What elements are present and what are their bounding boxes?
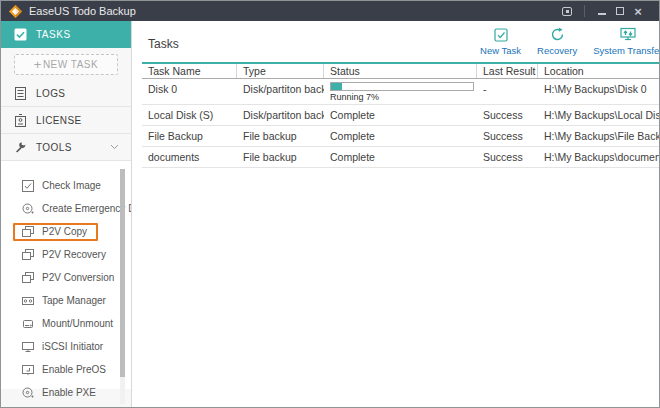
- cell-last-result: Success: [477, 126, 538, 142]
- preos-monitor-icon: [22, 364, 34, 376]
- minimize-icon: [598, 13, 606, 15]
- cell-location: H:\My Backups\Disk 0: [538, 79, 660, 95]
- new-task-icon: [494, 27, 508, 42]
- sidebar-scrollbar-thumb[interactable]: [120, 169, 125, 377]
- tasks-checkbox-icon: [14, 28, 27, 41]
- tools-item-create-emergency-disk[interactable]: Create Emergency Dis: [1, 197, 131, 220]
- cell-task-name: Disk 0: [142, 79, 237, 95]
- cell-location: H:\My Backups\documents: [538, 147, 660, 163]
- table-row[interactable]: documents File backup Complete Success H…: [142, 147, 660, 168]
- tools-wrench-icon: [14, 141, 27, 154]
- column-header-type: Type: [237, 64, 324, 78]
- system-transfer-action-button[interactable]: System Transfer: [593, 27, 660, 56]
- sidebar-item-logs[interactable]: LOGS: [1, 80, 131, 107]
- close-button[interactable]: ×: [629, 2, 647, 20]
- cell-status: Running 7%: [324, 79, 477, 102]
- tools-item-tape-manager[interactable]: Tape Manager: [1, 289, 131, 312]
- column-header-task-name: Task Name: [142, 64, 237, 78]
- table-row[interactable]: Disk 0 Disk/partiton backup Running 7% -…: [142, 79, 660, 105]
- sidebar-item-tasks[interactable]: TASKS: [1, 21, 131, 48]
- close-icon: ×: [634, 5, 642, 18]
- tools-label: TOOLS: [36, 142, 72, 153]
- check-image-icon: [22, 180, 34, 192]
- drive-icon: [22, 318, 34, 330]
- tools-item-enable-preos[interactable]: Enable PreOS: [1, 358, 131, 381]
- tools-item-mount-unmount[interactable]: Mount/Unmount: [1, 312, 131, 335]
- sidebar: TASKS + NEW TASK LOGS: [1, 21, 132, 407]
- system-transfer-icon: [620, 27, 636, 42]
- sidebar-item-tools[interactable]: TOOLS: [1, 134, 131, 161]
- minimize-button[interactable]: [593, 2, 611, 20]
- main-content: Tasks New Task: [132, 21, 660, 407]
- tools-item-p2v-copy[interactable]: P2V Copy: [1, 220, 131, 243]
- cell-task-name: Local Disk (S): [142, 105, 237, 121]
- cell-location: H:\My Backups\Local Dis...: [538, 105, 660, 121]
- maximize-button[interactable]: [611, 2, 629, 20]
- chevron-down-icon: [110, 144, 119, 150]
- cell-type: File backup: [237, 147, 324, 163]
- logs-label: LOGS: [36, 88, 65, 99]
- app-window: EaseUS Todo Backup × TASKS +: [0, 0, 660, 408]
- license-label: LICENSE: [36, 115, 82, 126]
- recovery-icon: [550, 27, 565, 42]
- cell-type: Disk/partiton backup: [237, 105, 324, 121]
- table-row[interactable]: Local Disk (S) Disk/partiton backup Comp…: [142, 105, 660, 126]
- progress-fill: [331, 83, 342, 90]
- tools-item-iscsi-initiator[interactable]: iSCSI Initiator: [1, 335, 131, 358]
- cell-task-name: File Backup: [142, 126, 237, 142]
- tape-icon: [22, 295, 34, 307]
- tools-item-p2v-conversion[interactable]: P2V Conversion: [1, 266, 131, 289]
- sidebar-item-license[interactable]: LICENSE: [1, 107, 131, 134]
- titlebar: EaseUS Todo Backup ×: [1, 1, 659, 21]
- new-task-button-label: NEW TASK: [43, 59, 98, 70]
- p2v-conversion-icon: [22, 272, 34, 284]
- p2v-copy-highlight-box: P2V Copy: [13, 223, 98, 241]
- emergency-disk-icon: [22, 203, 34, 215]
- pxe-icon: [22, 387, 34, 399]
- cell-status: Complete: [324, 126, 477, 142]
- recovery-action-button[interactable]: Recovery: [537, 27, 577, 56]
- tasks-label: TASKS: [36, 29, 71, 40]
- p2v-recovery-icon: [22, 249, 34, 261]
- tools-submenu: Check Image Create Emer: [1, 161, 131, 389]
- progress-label: Running 7%: [330, 92, 477, 102]
- window-title: EaseUS Todo Backup: [29, 5, 136, 17]
- cell-last-result: Success: [477, 105, 538, 121]
- cell-last-result: -: [477, 79, 538, 95]
- cell-type: File backup: [237, 126, 324, 142]
- tray-icon: [562, 7, 572, 16]
- cell-status: Complete: [324, 105, 477, 121]
- table-header: Task Name Type Status Last Result Locati…: [142, 62, 660, 79]
- new-task-action-button[interactable]: New Task: [480, 27, 521, 56]
- p2v-copy-icon: [22, 226, 34, 238]
- window-body: TASKS + NEW TASK LOGS: [1, 21, 659, 407]
- cell-last-result: Success: [477, 147, 538, 163]
- column-header-last-result: Last Result: [477, 64, 538, 78]
- column-header-status: Status: [324, 64, 477, 78]
- maximize-icon: [616, 7, 624, 15]
- minimize-to-tray-button[interactable]: [558, 2, 576, 20]
- table-row[interactable]: File Backup File backup Complete Success…: [142, 126, 660, 147]
- new-task-button[interactable]: + NEW TASK: [14, 54, 118, 75]
- tools-item-enable-pxe[interactable]: Enable PXE: [1, 381, 131, 404]
- tools-item-p2v-recovery[interactable]: P2V Recovery: [1, 243, 131, 266]
- progress-bar: [330, 82, 474, 91]
- window-controls: ×: [558, 2, 659, 20]
- column-header-location: Location: [538, 64, 660, 78]
- app-logo-icon: [9, 5, 22, 18]
- sidebar-scrollbar[interactable]: [120, 169, 125, 404]
- cell-type: Disk/partiton backup: [237, 79, 324, 95]
- license-icon: [14, 114, 27, 127]
- titlebar-divider: [584, 5, 585, 17]
- logs-icon: [14, 87, 27, 100]
- tasks-table: Task Name Type Status Last Result Locati…: [142, 62, 660, 168]
- toolbar-actions: New Task Recovery: [480, 27, 660, 56]
- tools-item-check-image[interactable]: Check Image: [1, 174, 131, 197]
- cell-status: Complete: [324, 147, 477, 163]
- cell-task-name: documents: [142, 147, 237, 163]
- cell-location: H:\My Backups\File Backup: [538, 126, 660, 142]
- monitor-icon: [22, 341, 34, 353]
